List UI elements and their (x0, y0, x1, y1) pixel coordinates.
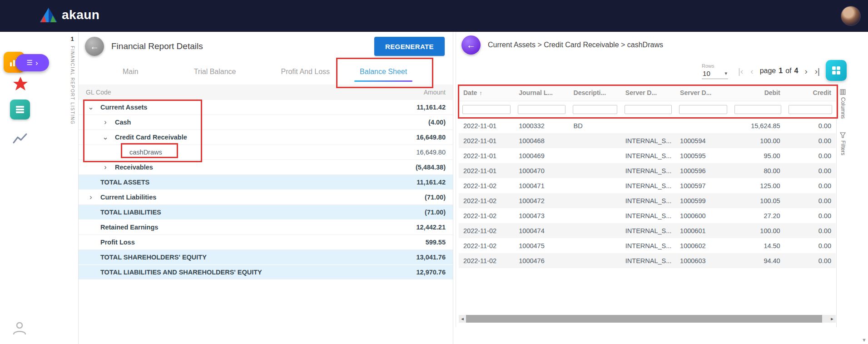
expand-arrow-icon: › (35, 59, 38, 67)
table-list-icon (15, 105, 25, 115)
module-label: FINANCIAL REPORT LISTING (70, 46, 75, 125)
report-tabs: Main Trial Balance Profit And Loss Balan… (79, 62, 453, 82)
chevron-down-icon: ▾ (725, 70, 728, 76)
col-header-debit[interactable]: Debit (731, 85, 784, 101)
tree-row-cashdraws[interactable]: cashDraws 16,649.80 (79, 145, 453, 160)
report-header: ← Financial Report Details REGENERATE (79, 32, 453, 61)
tab-profit-and-loss[interactable]: Profit And Loss (280, 62, 331, 82)
app-sidebar: ☰ › (0, 32, 42, 344)
transactions-table: Date↑ Journal L... Descripti... Server D… (459, 85, 836, 268)
akaun-triangle-icon (40, 7, 57, 23)
table-row[interactable]: 2022-11-021000473 INTERNAL_S...1000600 2… (459, 208, 836, 223)
analytics-app-icon[interactable] (13, 133, 27, 145)
sort-asc-icon: ↑ (479, 90, 482, 96)
col-header-date[interactable]: Date↑ (459, 85, 514, 101)
horizontal-scrollbar[interactable]: ◂ ▸ (459, 315, 836, 323)
tree-row-current-assets[interactable]: ⌄ Current Assets 11,161.42 (79, 100, 453, 115)
page-indicator: page 1 of 4 (760, 67, 799, 75)
table-row[interactable]: 2022-11-021000476 INTERNAL_S...1000603 9… (459, 253, 836, 268)
line-chart-icon (13, 133, 27, 145)
chevron-right-icon[interactable]: › (86, 194, 96, 201)
columns-icon (840, 89, 846, 95)
chevron-right-icon[interactable]: › (100, 119, 110, 126)
chevron-down-icon[interactable]: ⌄ (100, 134, 110, 141)
table-row[interactable]: 2022-11-011000469 INTERNAL_S...1000595 9… (459, 148, 836, 163)
regenerate-button[interactable]: REGENERATE (374, 37, 445, 56)
table-row[interactable]: 2022-11-021000471 INTERNAL_S...1000597 1… (459, 178, 836, 193)
rows-label: Rows (702, 63, 728, 69)
module-rail: 1 FINANCIAL REPORT LISTING (66, 32, 78, 344)
tree-row-current-liabilities[interactable]: › Current Liabilities (71.00) (79, 190, 453, 205)
table-row[interactable]: 2022-11-011000332BD 15,624.850.00 (459, 118, 836, 133)
col-header-journal[interactable]: Journal L... (514, 85, 569, 101)
chevron-right-icon[interactable]: › (100, 164, 110, 171)
first-page-button[interactable]: |‹ (737, 67, 744, 75)
col-header-credit[interactable]: Credit (785, 85, 836, 101)
report-panel: ← Financial Report Details REGENERATE Ma… (78, 32, 453, 344)
grid-view-icon (831, 65, 841, 75)
red-star-icon (12, 76, 29, 92)
table-row[interactable]: 2022-11-021000474 INTERNAL_S...1000601 1… (459, 223, 836, 238)
grid-view-button[interactable] (826, 60, 847, 81)
total-pages: 4 (794, 67, 799, 75)
person-outline-icon (12, 320, 27, 336)
filter-description-input[interactable] (573, 105, 617, 114)
gl-code-header: GL Code (86, 89, 111, 96)
table-side-rail: Columns Filters (836, 85, 849, 327)
table-row[interactable]: 2022-11-021000472 INTERNAL_S...1000599 1… (459, 193, 836, 208)
page-title: Financial Report Details (111, 41, 203, 51)
col-header-description[interactable]: Descripti... (569, 85, 621, 101)
detail-header: ← Current Assets > Credit Card Receivabl… (456, 32, 849, 58)
columns-button[interactable]: Columns (840, 89, 846, 119)
filter-server-doc-input[interactable] (625, 105, 672, 114)
filters-button[interactable]: Filters (840, 132, 846, 155)
table-row[interactable]: 2022-11-021000475 INTERNAL_S...1000602 1… (459, 238, 836, 253)
row-retained-earnings: Retained Earnings 12,442.21 (79, 220, 453, 235)
tab-balance-sheet[interactable]: Balance Sheet (359, 62, 408, 82)
amount-header: Amount (424, 89, 446, 96)
page-scroll-down-icon[interactable]: ▼ (862, 337, 867, 343)
filter-journal-input[interactable] (518, 105, 565, 114)
last-page-button[interactable]: ›| (814, 67, 821, 75)
row-total-liabilities-and-equity: TOTAL LIABILITIES AND SHAREHOLDERS' EQUI… (79, 265, 453, 280)
akaun-logo[interactable]: akaun (40, 7, 99, 23)
scrollbar-thumb[interactable] (466, 315, 822, 323)
breadcrumb[interactable]: Current Assets > Credit Card Receivable … (488, 41, 663, 49)
tree-row-credit-card-receivable[interactable]: ⌄ Credit Card Receivable 16,649.80 (79, 130, 453, 145)
rows-per-page-value: 10 (703, 70, 710, 77)
chevron-down-icon[interactable]: ⌄ (86, 104, 96, 111)
user-avatar[interactable] (841, 6, 861, 26)
col-header-server-doc[interactable]: Server D... (621, 85, 675, 101)
profile-icon[interactable] (12, 320, 27, 336)
table-row[interactable]: 2022-11-011000468 INTERNAL_S...1000594 1… (459, 133, 836, 148)
scroll-right-icon[interactable]: ▸ (828, 315, 836, 323)
menu-icon: ☰ (26, 59, 32, 67)
tab-main[interactable]: Main (122, 62, 139, 82)
row-total-liabilities: TOTAL LIABILITIES (71.00) (79, 205, 453, 220)
row-total-shareholders-equity: TOTAL SHAREHOLDERS' EQUITY 13,041.76 (79, 250, 453, 265)
back-arrow-icon: ← (90, 41, 99, 52)
balance-table: ⌄ Current Assets 11,161.42 › Cash (4.00)… (79, 100, 453, 280)
tree-row-cash[interactable]: › Cash (4.00) (79, 115, 453, 130)
filter-date-input[interactable] (462, 105, 511, 114)
row-profit-loss: Profit Loss 599.55 (79, 235, 453, 250)
prev-page-button[interactable]: ‹ (749, 67, 754, 75)
tree-row-receivables[interactable]: › Receivables (5,484.38) (79, 160, 453, 175)
filter-server-doc-2-input[interactable] (679, 105, 727, 114)
tab-trial-balance[interactable]: Trial Balance (193, 62, 237, 82)
filter-debit-input[interactable] (734, 105, 781, 114)
filter-funnel-icon (840, 132, 846, 138)
table-controls: Rows 10 ▾ |‹ ‹ page 1 of 4 › ›| (702, 58, 821, 84)
pdf-app-icon[interactable] (12, 76, 29, 92)
back-button[interactable]: ← (85, 37, 104, 56)
next-page-button[interactable]: › (804, 67, 808, 75)
ledger-app-icon[interactable] (10, 100, 30, 120)
table-row[interactable]: 2022-11-011000470 INTERNAL_S...1000596 8… (459, 163, 836, 178)
filter-credit-input[interactable] (789, 105, 832, 114)
balance-table-header: GL Code Amount (79, 85, 453, 100)
col-header-server-doc-2[interactable]: Server D... (675, 85, 731, 101)
sidebar-toggle-button[interactable]: ☰ › (15, 54, 49, 71)
rows-per-page-select[interactable]: Rows 10 ▾ (702, 63, 728, 79)
scroll-left-icon[interactable]: ◂ (459, 315, 466, 323)
detail-back-button[interactable]: ← (461, 35, 481, 55)
